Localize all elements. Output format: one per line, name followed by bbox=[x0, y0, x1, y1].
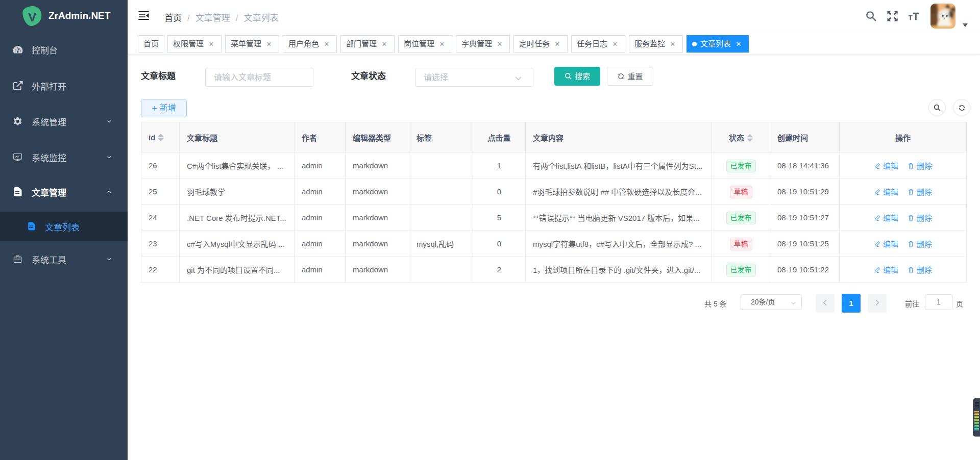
svg-text:V: V bbox=[28, 10, 37, 24]
